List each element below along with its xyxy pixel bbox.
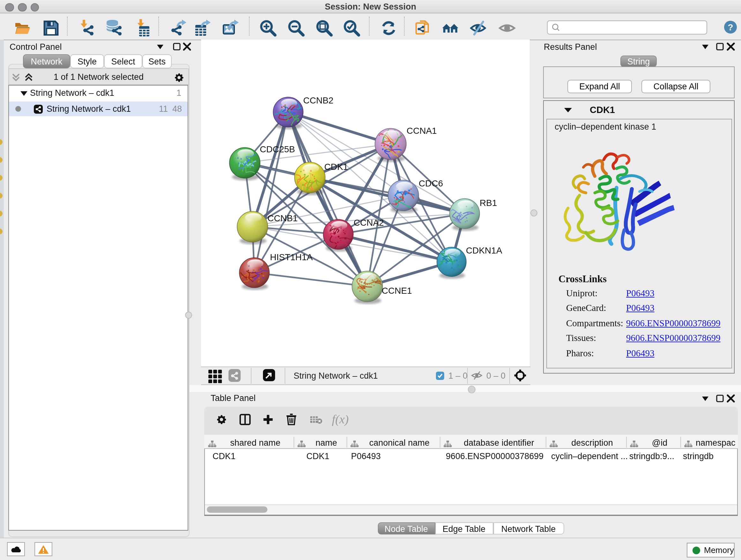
svg-text:?: ?: [728, 22, 733, 32]
svg-text:CDK1: CDK1: [324, 162, 348, 172]
svg-text:CCNB2: CCNB2: [303, 96, 333, 105]
svg-text:CCNB1: CCNB1: [267, 213, 298, 223]
svg-text:HIST1H1A: HIST1H1A: [270, 252, 313, 262]
svg-text:CCNA2: CCNA2: [354, 218, 384, 228]
svg-text:CDKN1A: CDKN1A: [466, 246, 502, 255]
svg-text:CCNE1: CCNE1: [382, 286, 412, 296]
svg-text:CDC6: CDC6: [419, 179, 443, 188]
svg-text:RB1: RB1: [480, 198, 497, 208]
svg-text:CDC25B: CDC25B: [260, 144, 295, 154]
svg-text:CCNA1: CCNA1: [407, 126, 437, 136]
